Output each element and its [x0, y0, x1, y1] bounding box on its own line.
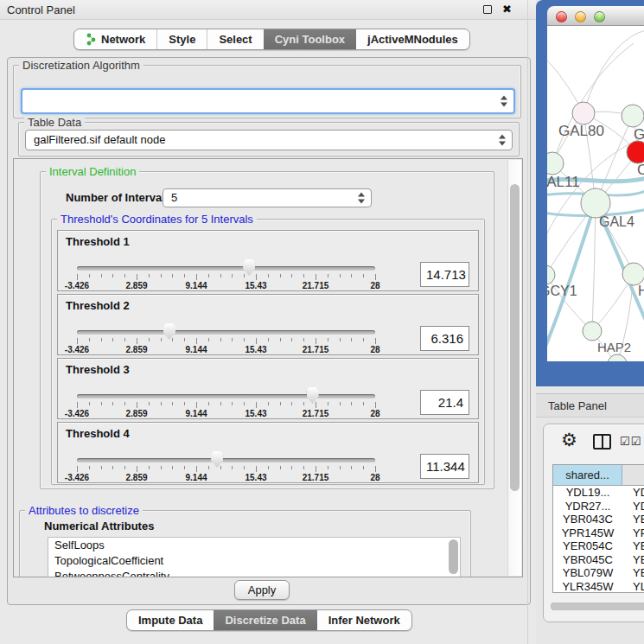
table-row[interactable]: YER054CYER0 — [553, 539, 644, 553]
numerical-attributes-list[interactable]: SelfLoopsTopologicalCoefficientBetweenne… — [48, 537, 461, 577]
network-node[interactable] — [583, 322, 602, 341]
horizontal-scrollbar-thumb[interactable] — [551, 603, 644, 610]
network-edge[interactable] — [592, 203, 596, 331]
attribute-list-item[interactable]: TopologicalCoefficient — [48, 553, 460, 569]
threshold-slider[interactable]: -3.4262.8599.14415.4321.71528 — [77, 359, 375, 418]
tab-impute-data[interactable]: Impute Data — [127, 610, 214, 630]
slider-tick — [291, 274, 292, 277]
vertical-scrollbar[interactable] — [507, 160, 521, 576]
slider-tick — [328, 466, 328, 469]
network-window-titlebar[interactable] — [547, 6, 644, 26]
table-row[interactable]: YBL079WYBL0 — [553, 566, 644, 580]
table-row[interactable]: YDR27...YDR2 — [553, 500, 644, 513]
slider-tick — [161, 402, 162, 405]
network-node-label: HAP2 — [597, 340, 631, 354]
table-row[interactable]: YBR043CYBR0 — [553, 513, 644, 526]
node-table: shared... n YDL19...YDL1YDR27...YDR2YBR0… — [552, 464, 644, 593]
number-of-intervals-spinner[interactable]: 5 — [163, 188, 372, 207]
table-row[interactable]: YBR045CYBR0 — [553, 553, 644, 567]
table-cell-shared-name[interactable]: YDR27... — [553, 500, 622, 513]
slider-tick — [375, 466, 376, 472]
slider-track[interactable] — [77, 266, 375, 271]
algorithm-combobox[interactable] — [21, 88, 515, 114]
network-edge[interactable] — [583, 30, 644, 113]
table-cell-name[interactable]: YLR3 — [622, 580, 644, 594]
threshold-slider[interactable]: -3.4262.8599.14415.4321.71528 — [77, 231, 375, 290]
minimize-traffic-light[interactable] — [575, 11, 586, 22]
slider-track[interactable] — [77, 394, 375, 399]
slider-tick — [303, 274, 304, 277]
table-row[interactable]: YPR145WYPR1 — [553, 526, 644, 540]
table-cell-shared-name[interactable]: YBL079W — [553, 566, 622, 580]
slider-tick — [375, 274, 376, 280]
list-scrollbar-thumb[interactable] — [449, 539, 458, 574]
tab-select[interactable]: Select — [207, 29, 263, 49]
split-columns-icon[interactable] — [593, 434, 611, 450]
threshold-slider[interactable]: -3.4262.8599.14415.4321.71528 — [77, 423, 375, 482]
table-cell-shared-name[interactable]: YBR043C — [553, 513, 622, 526]
select-columns-icon[interactable]: ☑☑ — [620, 435, 641, 448]
threshold-value-field[interactable]: 14.713 — [420, 262, 469, 287]
tab-discretize-data[interactable]: Discretize Data — [214, 610, 316, 630]
network-edge[interactable] — [552, 43, 634, 163]
slider-tick — [268, 338, 269, 341]
cyni-toolbox-panel: Discretization Algorithm Table Data galF… — [7, 57, 531, 605]
tab-network[interactable]: Network — [74, 29, 156, 49]
float-window-icon[interactable] — [483, 5, 492, 14]
slider-tick — [161, 338, 162, 341]
table-cell-shared-name[interactable]: YBR045C — [553, 553, 622, 567]
slider-track[interactable] — [77, 458, 375, 462]
network-node[interactable] — [622, 263, 644, 285]
zoom-traffic-light[interactable] — [594, 11, 605, 22]
table-cell-shared-name[interactable]: YPR145W — [553, 526, 622, 540]
discretization-algorithm-group: Discretization Algorithm — [13, 65, 521, 118]
slider-tick — [124, 466, 125, 469]
threshold-value-field[interactable]: 6.316 — [420, 326, 469, 351]
column-header-shared-name[interactable]: shared... — [553, 465, 622, 485]
network-node[interactable] — [547, 265, 555, 284]
tab-jactivemnodules[interactable]: jActiveMNodules — [356, 29, 469, 49]
slider-tick — [232, 402, 233, 405]
table-data-combobox[interactable]: galFiltered.sif default node — [25, 130, 513, 150]
network-node[interactable] — [581, 188, 610, 218]
network-canvas[interactable]: GAL80GACGAL11GAL4GCY1HHAP2 — [547, 26, 644, 361]
table-cell-name[interactable]: YBR0 — [622, 553, 644, 567]
attribute-list-item[interactable]: BetweennessCentrality — [48, 569, 460, 577]
tab-style[interactable]: Style — [156, 29, 207, 49]
scrollbar-thumb[interactable] — [510, 184, 520, 491]
table-cell-name[interactable]: YDL1 — [622, 486, 644, 500]
tab-infer-network[interactable]: Infer Network — [317, 610, 411, 630]
slider-thumb[interactable] — [163, 323, 175, 340]
network-node[interactable] — [622, 105, 644, 127]
table-row[interactable]: YLR345WYLR3 — [553, 580, 644, 594]
slider-tick — [172, 274, 173, 277]
table-row[interactable]: YDL19...YDL1 — [553, 486, 644, 500]
column-header-name[interactable]: n — [622, 465, 644, 485]
threshold-value-field[interactable]: 21.4 — [420, 390, 469, 415]
slider-thumb[interactable] — [211, 451, 223, 468]
close-icon[interactable]: ✖ — [502, 5, 512, 14]
slider-track[interactable] — [77, 330, 375, 335]
slider-tick-label: 21.715 — [303, 473, 329, 482]
threshold-value-field[interactable]: 11.344 — [420, 454, 469, 479]
table-cell-shared-name[interactable]: YER054C — [553, 539, 622, 553]
tab-cyni-toolbox[interactable]: Cyni Toolbox — [264, 29, 356, 49]
gear-icon[interactable]: ⚙ — [561, 430, 577, 450]
slider-tick — [172, 466, 173, 469]
slider-tick-label: 28 — [370, 345, 379, 354]
table-cell-name[interactable]: YBR0 — [622, 513, 644, 526]
threshold-slider[interactable]: -3.4262.8599.14415.4321.71528 — [77, 295, 375, 354]
panel-divider[interactable] — [527, 0, 528, 644]
apply-button[interactable]: Apply — [234, 580, 290, 600]
attribute-list-item[interactable]: SelfLoops — [48, 538, 460, 553]
slider-thumb[interactable] — [243, 259, 255, 276]
table-cell-name[interactable]: YBL0 — [622, 566, 644, 580]
table-cell-name[interactable]: YPR1 — [622, 526, 644, 540]
table-cell-name[interactable]: YDR2 — [622, 500, 644, 513]
slider-thumb[interactable] — [307, 387, 319, 404]
network-node[interactable] — [572, 102, 595, 124]
table-cell-shared-name[interactable]: YDL19... — [553, 486, 622, 500]
table-cell-name[interactable]: YER0 — [622, 539, 644, 553]
table-cell-shared-name[interactable]: YLR345W — [553, 580, 622, 594]
close-traffic-light[interactable] — [556, 11, 567, 22]
